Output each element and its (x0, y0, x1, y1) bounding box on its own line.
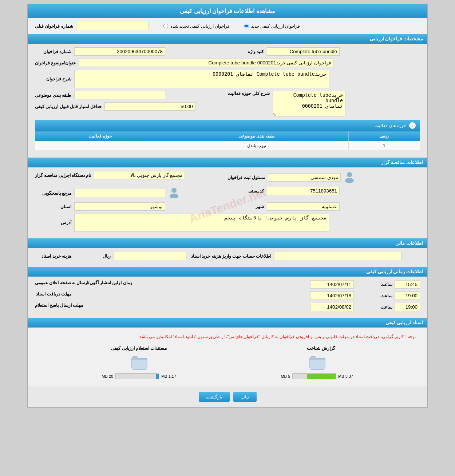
quality-docs-header: اسناد ارزیابی کیفی (28, 318, 427, 328)
activity-desc-label: شرح کلی حوزه فعالیت (228, 91, 270, 96)
receive-deadline-time-col: ساعت (310, 291, 420, 300)
category-input[interactable] (74, 91, 165, 99)
purchase-cost-currency: ریال (74, 254, 111, 259)
quality-docs-section: اسناد ارزیابی کیفی توجه : کاربر گرامی، د… (28, 318, 427, 386)
description-textarea[interactable] (74, 70, 329, 88)
category-minscore-col: طبقه بندی موضوعی حداقل امتیاز قابل قبول … (35, 91, 228, 111)
minscore-input[interactable] (104, 102, 195, 111)
page-title: مشاهده اطلاعات فراخوان ارزیابی کیفی (28, 4, 427, 18)
radio-renewed-label: فراخوان ارزیابی کیفی تجدید شده (170, 24, 230, 29)
org-name-input[interactable] (94, 171, 185, 179)
response-deadline-label-col: مهلت ارسال پاسخ استعلام (35, 303, 310, 308)
response-time-label: ساعت (356, 305, 392, 310)
activity-desc-row: شرح کلی حوزه فعالیت (228, 91, 345, 116)
activity-desc-textarea[interactable] (273, 91, 345, 116)
minscore-row: حداقل امتیاز قابل قبول ارزیابی کیفی (35, 102, 195, 111)
recognition-max: 5 MB (281, 374, 290, 378)
postal-label: کد پستی (228, 189, 264, 194)
tender-specs-section: مشخصات فراخوان ارزیابی کلید واژه شماره ف… (28, 34, 427, 158)
radio-new-input[interactable] (244, 24, 249, 28)
province-col: استان (35, 202, 228, 211)
quality-file-info: 1.17 MB 20 MB (102, 373, 176, 379)
activity-table-title: حوزه های فعالیت (375, 123, 406, 128)
financial-row: اطلاعات حساب جهت واریز هزینه خرید اسناد … (35, 252, 420, 260)
province-label: استان (35, 204, 71, 209)
purchase-cost-col: ریال هزینه خرید اسناد (35, 252, 228, 260)
tender-specs-header: مشخصات فراخوان ارزیابی (28, 34, 427, 44)
activity-col: شرح کلی حوزه فعالیت (228, 91, 420, 116)
receive-deadline-label-col: مهلت دریافت اسناد (35, 291, 310, 297)
tender-number-input[interactable] (74, 47, 165, 56)
keyword-input[interactable] (267, 47, 340, 56)
recognition-label: گزارش شناخت (299, 346, 335, 351)
response-deadline-label: مهلت ارسال پاسخ استعلام (35, 303, 83, 308)
quality-notice: توجه : کاربر گرامی، دریافت اسناد در مهلت… (35, 331, 420, 342)
recognition-report-item: گزارش شناخت 3.37 MB 5 MB (281, 346, 353, 379)
response-deadline-time-col: ساعت (310, 303, 420, 311)
description-label: شرح فراخوان (35, 76, 71, 82)
svg-point-2 (171, 188, 177, 193)
receive-deadline-time-input[interactable] (395, 291, 420, 300)
col-category-header: طبقه بندی موضوعی (165, 131, 348, 141)
quality-docs-item: مستندات استعلام ارزیابی کیفی 1.17 MB 20 … (102, 346, 176, 379)
radio-renewed-input[interactable] (163, 24, 168, 28)
province-input[interactable] (74, 202, 165, 211)
activity-row-category: تیوب باندل (165, 141, 348, 150)
reference-label: مرجع پاسخگویی (35, 191, 71, 196)
address-textarea[interactable] (74, 214, 329, 232)
receive-deadline-date-input[interactable] (310, 291, 354, 300)
purchase-cost-input[interactable] (114, 252, 186, 260)
category-activity-row: شرح کلی حوزه فعالیت طبقه بندی موضوعی حدا… (35, 91, 420, 116)
city-label: شهر (228, 204, 264, 209)
col-activity-header: حوزه فعالیت (35, 131, 165, 141)
response-deadline-time-input[interactable] (395, 303, 420, 311)
recognition-size: 3.37 MB (338, 374, 353, 378)
tender-number-col: شماره فراخوان (35, 47, 228, 56)
print-button[interactable]: چاپ (233, 392, 257, 402)
prev-number-input[interactable] (76, 22, 149, 30)
folder-icon-quality (130, 353, 148, 371)
org-name-label: نام دستگاه اجرایی مناقصه گزار (35, 173, 91, 178)
tender-issuer-section: اطلاعات مناقصه گزار مسئول ثبت فراخوان (28, 158, 427, 238)
activity-row-num: 1 (348, 141, 420, 150)
province-city-row: شهر استان (35, 202, 420, 211)
account-info-input[interactable] (274, 252, 401, 260)
radio-section: فراخوان ارزیابی کیفی جدید فراخوان ارزیاب… (28, 18, 427, 34)
address-label: آدرس (35, 220, 71, 225)
publish-date-label: زمان اولین انتشار آگهی/ارسال به صفحه اعل… (35, 280, 132, 285)
radio-renewed[interactable]: فراخوان ارزیابی کیفی تجدید شده (163, 24, 230, 29)
financial-section: اطلاعات مالی اطلاعات حساب جهت واریز هزین… (28, 238, 427, 267)
svg-point-0 (347, 172, 352, 177)
reference-input[interactable] (74, 189, 165, 197)
responsible-input[interactable] (268, 173, 341, 182)
avatar-icon-responsible (344, 171, 355, 184)
publish-date-input[interactable] (310, 280, 354, 289)
radio-new[interactable]: فراخوان ارزیابی کیفی جدید (244, 24, 300, 29)
account-info-col: اطلاعات حساب جهت واریز هزینه خرید اسناد (228, 252, 420, 260)
responsible-label: مسئول ثبت فراخوان (228, 175, 265, 180)
tender-number-label: شماره فراخوان (35, 49, 71, 54)
bottom-buttons: چاپ بازگشت (28, 386, 427, 407)
timing-header: اطلاعات زمانی ارزیابی کیفی (28, 267, 427, 277)
recognition-progress-bar (292, 373, 336, 379)
file-row: گزارش شناخت 3.37 MB 5 MB مس (35, 342, 420, 383)
response-deadline-date-input[interactable] (310, 303, 354, 311)
tender-issuer-header: اطلاعات مناقصه گزار (28, 158, 427, 167)
response-deadline-row: ساعت مهلت ارسال پاسخ استعلام (35, 303, 420, 311)
address-row: آدرس (35, 214, 420, 232)
postal-input[interactable] (267, 187, 340, 195)
quality-docs-max: 20 MB (102, 374, 113, 378)
responsible-col: مسئول ثبت فراخوان (228, 171, 420, 184)
city-input[interactable] (267, 202, 340, 211)
quality-progress-bar (115, 373, 159, 379)
back-button[interactable]: بازگشت (199, 392, 230, 402)
activity-toggle-btn[interactable]: ○ (409, 122, 416, 129)
title-row: عنوان/موضوع فراخوان (35, 59, 420, 67)
title-input[interactable] (79, 59, 333, 67)
reference-postal-row: کد پستی مرجع پاسخگویی (35, 187, 420, 199)
radio-new-label: فراخوان ارزیابی کیفی جدید (251, 24, 300, 29)
category-row: طبقه بندی موضوعی (35, 91, 165, 99)
quality-docs-size: 1.17 MB (161, 374, 176, 378)
publish-time-input[interactable] (395, 280, 420, 289)
publish-date-label-col: زمان اولین انتشار آگهی/ارسال به صفحه اعل… (35, 280, 310, 285)
